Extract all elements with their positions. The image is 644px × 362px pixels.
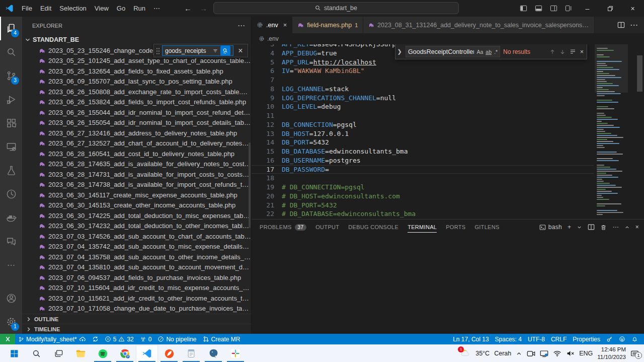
tab-migration-file[interactable]: 2023_08_31_131246_add_delivery_note_to_s… xyxy=(363,17,595,33)
postgresql-icon[interactable] xyxy=(202,345,224,362)
file-row[interactable]: 2023_07_03_174526_add_sub_account_to_cha… xyxy=(22,231,251,242)
activity-gitlens-icon[interactable] xyxy=(0,182,22,206)
task-view-icon[interactable] xyxy=(47,345,69,362)
panel-tab-terminal[interactable]: TERMINAL xyxy=(408,220,437,235)
sync-changes-button[interactable] xyxy=(89,334,102,344)
key-icon[interactable] xyxy=(603,334,616,344)
menu-go[interactable]: Go xyxy=(113,3,129,14)
settings-gear-icon[interactable]: 1 xyxy=(0,310,22,334)
filter-lines-icon[interactable] xyxy=(212,48,218,54)
notifications-bell-icon[interactable] xyxy=(628,334,641,344)
breadcrumb[interactable]: .env xyxy=(252,33,644,44)
activity-remote-explorer-icon[interactable] xyxy=(0,135,22,159)
input-language-indicator[interactable]: ENG xyxy=(579,350,593,357)
file-row[interactable]: 2023_06_28_174731_add_is_available_for_i… xyxy=(22,169,251,180)
start-button[interactable] xyxy=(3,345,25,362)
terminal-dropdown-icon[interactable] xyxy=(577,225,582,230)
file-row[interactable]: 2023_07_10_115621_add_idr_credit_to_othe… xyxy=(22,293,251,304)
toggle-secondary-sidebar-icon[interactable] xyxy=(546,0,561,17)
file-row[interactable]: 2023_06_30_145117_create_misc_expense_ac… xyxy=(22,190,251,200)
close-panel-icon[interactable]: × xyxy=(635,224,639,231)
nav-forward-icon[interactable]: → xyxy=(200,4,207,13)
feedback-icon[interactable] xyxy=(616,334,628,344)
file-row[interactable]: 2023_06_09_155707_add_last_sync_to_pos_s… xyxy=(22,77,251,87)
whole-word-toggle[interactable]: ab xyxy=(486,49,492,55)
drag-grip-icon[interactable] xyxy=(156,47,160,54)
weather-label[interactable]: Cerah xyxy=(494,350,511,357)
file-row[interactable]: 2023_07_10_115604_add_idr_credit_to_misc… xyxy=(22,283,251,294)
file-row[interactable]: 2023_06_27_132416_add_address_to_deliver… xyxy=(22,128,251,138)
tree-filter-input[interactable]: goods_receipts xyxy=(162,45,233,56)
find-close-icon[interactable]: × xyxy=(580,48,584,55)
activity-explorer-icon[interactable]: 4 xyxy=(0,17,22,40)
split-terminal-icon[interactable] xyxy=(588,224,595,231)
activity-search-icon[interactable] xyxy=(0,40,22,64)
find-input[interactable]: GoodsReceiptController Aa ab .* xyxy=(406,46,500,57)
activity-more-icon[interactable]: ⋯ xyxy=(0,253,22,277)
weather-icon[interactable]: 1 xyxy=(460,348,471,358)
sidebar-scrollbar[interactable] xyxy=(249,142,251,228)
file-row[interactable]: 2023_06_30_145153_create_other_income_ac… xyxy=(22,200,251,211)
notification-center-icon[interactable]: 1 xyxy=(630,350,639,357)
file-row[interactable]: 2023_07_06_094537_add_fields_to_purchase… xyxy=(22,272,251,283)
match-case-toggle[interactable]: Aa xyxy=(476,49,483,55)
code-area[interactable]: 3 APP_KEY=base64:F4SM5ptkjSSurpJ 4 APP_D… xyxy=(252,44,594,219)
eol-sequence[interactable]: CRLF xyxy=(548,334,570,344)
meet-now-icon[interactable] xyxy=(527,350,535,357)
accounts-icon[interactable] xyxy=(0,286,22,310)
file-row[interactable]: 2023_06_27_132527_add_chart_of_account_i… xyxy=(22,138,251,149)
find-expand-chevron-icon[interactable]: ❯ xyxy=(396,48,403,55)
terminal-shell-chip[interactable]: bash xyxy=(539,224,562,231)
filter-close-icon[interactable]: × xyxy=(235,46,246,56)
indentation[interactable]: Spaces: 4 xyxy=(492,334,525,344)
file-explorer-icon[interactable] xyxy=(69,345,92,362)
panel-tab-output[interactable]: OUTPUT xyxy=(315,220,339,235)
tray-chevron-up-icon[interactable] xyxy=(516,350,522,357)
chrome-icon[interactable]: P xyxy=(114,345,136,362)
file-row[interactable]: 2023_07_10_171058_change_due_date_to_pur… xyxy=(22,304,251,314)
file-row[interactable]: 2023_06_30_174232_add_total_deduction_to… xyxy=(22,221,251,232)
file-row[interactable]: 2023_07_04_135758_add_sub_account_to_oth… xyxy=(22,252,251,262)
toggle-panel-icon[interactable] xyxy=(531,0,546,17)
panel-tab-gitlens[interactable]: GITLENS xyxy=(474,220,499,235)
file-row[interactable]: 2023_06_26_155054_add_idr_nominal_to_imp… xyxy=(22,118,251,128)
timeline-section[interactable]: TIMELINE xyxy=(22,324,251,334)
command-center-search[interactable]: standart_be xyxy=(213,2,459,14)
maximize-panel-icon[interactable] xyxy=(624,225,630,230)
file-row[interactable]: 2023_07_04_135742_add_sub_account_to_mis… xyxy=(22,242,251,252)
toggle-sidebar-icon[interactable] xyxy=(516,0,531,17)
volume-muted-icon[interactable] xyxy=(566,350,575,357)
menu-file[interactable]: File xyxy=(18,3,36,14)
menu-view[interactable]: View xyxy=(91,3,113,14)
panel-tab-problems[interactable]: PROBLEMS 37 xyxy=(260,220,306,235)
editor-scrollbar[interactable] xyxy=(637,55,642,92)
file-row[interactable]: 2023_06_28_174738_add_is_available_for_i… xyxy=(22,180,251,190)
activity-testing-icon[interactable] xyxy=(0,159,22,182)
file-row[interactable]: 2023_06_30_174225_add_total_deduction_to… xyxy=(22,210,251,221)
slack-icon[interactable] xyxy=(224,345,247,362)
regex-toggle[interactable]: .* xyxy=(494,49,498,55)
feather-app-icon[interactable] xyxy=(158,345,180,362)
cursor-position[interactable]: Ln 17, Col 13 xyxy=(450,334,492,344)
new-terminal-icon[interactable]: + xyxy=(568,224,571,231)
taskbar-search-icon[interactable] xyxy=(25,345,47,362)
ports-indicator[interactable]: 0 xyxy=(137,334,155,344)
editor-pane[interactable]: 3 APP_KEY=base64:F4SM5ptkjSSurpJ 4 APP_D… xyxy=(252,44,644,219)
notepad-icon[interactable] xyxy=(180,345,202,362)
terminal-output[interactable] xyxy=(252,235,644,334)
find-previous-icon[interactable] xyxy=(549,49,555,55)
kill-terminal-icon[interactable] xyxy=(600,224,607,231)
panel-more-actions-icon[interactable]: ⋯ xyxy=(612,224,618,231)
file-row[interactable]: 2023_06_26_155044_add_idr_nominal_to_imp… xyxy=(22,107,251,118)
panel-tab-ports[interactable]: PORTS xyxy=(446,220,465,235)
editor-more-actions-icon[interactable]: ⋯ xyxy=(630,20,638,30)
create-mr-button[interactable]: Create MR xyxy=(200,334,244,344)
temperature-label[interactable]: 35°C xyxy=(475,350,490,357)
split-editor-icon[interactable] xyxy=(617,21,625,29)
menu-edit[interactable]: Edit xyxy=(36,3,55,14)
activity-run-debug-icon[interactable] xyxy=(0,88,22,111)
find-in-selection-icon[interactable] xyxy=(570,48,576,55)
file-row[interactable]: 2023_06_28_174635_add_is_available_for_d… xyxy=(22,159,251,170)
activity-source-control-icon[interactable]: 3 xyxy=(0,64,22,88)
activity-comments-icon[interactable] xyxy=(0,230,22,253)
